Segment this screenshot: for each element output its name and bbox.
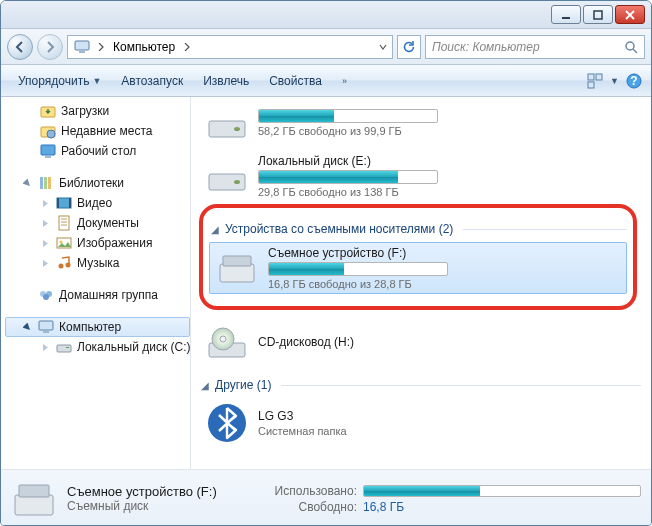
svg-rect-10 <box>588 82 594 88</box>
device-item-lg[interactable]: LG G3 Системная папка <box>199 398 641 448</box>
sidebar-item-documents[interactable]: Документы <box>5 213 190 233</box>
expand-icon[interactable] <box>40 342 51 353</box>
svg-point-47 <box>220 336 226 342</box>
drive-item[interactable]: 58,2 ГБ свободно из 99,9 ГБ <box>199 101 641 148</box>
breadcrumb-computer[interactable]: Компьютер <box>108 36 180 58</box>
eject-button[interactable]: Извлечь <box>194 68 258 94</box>
search-input[interactable]: Поиск: Компьютер <box>425 35 645 59</box>
forward-button[interactable] <box>37 34 63 60</box>
svg-text:?: ? <box>630 74 637 88</box>
libraries-icon <box>38 175 54 191</box>
drive-title: Локальный диск (E:) <box>258 154 634 168</box>
chevron-down-icon[interactable]: ▼ <box>610 76 619 86</box>
body: Загрузки Недавние места Рабочий стол Биб… <box>1 97 651 469</box>
svg-point-15 <box>47 130 55 138</box>
expand-icon[interactable] <box>22 322 33 333</box>
svg-rect-18 <box>40 177 43 189</box>
item-view: 58,2 ГБ свободно из 99,9 ГБ Локальный ди… <box>191 97 651 469</box>
bluetooth-icon <box>206 402 248 444</box>
free-label: Свободно: <box>257 500 357 514</box>
help-button[interactable]: ? <box>625 72 643 90</box>
expand-icon[interactable] <box>40 218 51 229</box>
svg-point-31 <box>66 263 71 268</box>
sidebar-item-downloads[interactable]: Загрузки <box>5 101 190 121</box>
svg-rect-49 <box>15 495 53 515</box>
group-header-other[interactable]: ◢Другие (1) <box>199 370 641 398</box>
sidebar-item-recent[interactable]: Недавние места <box>5 121 190 141</box>
chevron-down-icon: ▼ <box>92 76 101 86</box>
removable-drive-icon <box>11 476 57 522</box>
drive-item-e[interactable]: Локальный диск (E:) 29,8 ГБ свободно из … <box>199 150 641 202</box>
svg-rect-22 <box>57 198 59 208</box>
svg-rect-19 <box>44 177 47 189</box>
search-icon <box>624 40 638 54</box>
minimize-button[interactable] <box>551 5 581 24</box>
breadcrumb-label: Компьютер <box>113 40 175 54</box>
nav-pane: Загрузки Недавние места Рабочий стол Биб… <box>1 97 191 469</box>
svg-point-6 <box>626 42 634 50</box>
sidebar-item-homegroup[interactable]: Домашняя группа <box>5 285 190 305</box>
svg-rect-35 <box>39 321 53 330</box>
autoplay-button[interactable]: Автозапуск <box>112 68 192 94</box>
svg-rect-20 <box>48 177 51 189</box>
used-label: Использовано: <box>257 484 357 498</box>
maximize-button[interactable] <box>583 5 613 24</box>
expand-icon[interactable] <box>22 178 33 189</box>
nav-bar: Компьютер Поиск: Компьютер <box>1 29 651 65</box>
documents-icon <box>56 215 72 231</box>
sidebar-item-videos[interactable]: Видео <box>5 193 190 213</box>
close-button[interactable] <box>615 5 645 24</box>
svg-rect-9 <box>596 74 602 80</box>
expand-icon[interactable] <box>40 258 51 269</box>
recent-icon <box>40 123 56 139</box>
pictures-icon <box>56 235 72 251</box>
collapse-icon: ◢ <box>201 380 211 391</box>
usage-bar <box>363 485 641 497</box>
svg-rect-8 <box>588 74 594 80</box>
address-bar[interactable]: Компьютер <box>67 35 393 59</box>
details-title: Съемное устройство (F:) <box>67 484 247 499</box>
svg-point-40 <box>234 127 240 131</box>
drive-icon <box>56 339 72 355</box>
desktop-icon <box>40 143 56 159</box>
drive-item-f[interactable]: Съемное устройство (F:) 16,8 ГБ свободно… <box>209 242 627 294</box>
group-header-removable[interactable]: ◢Устройства со съемными носителями (2) <box>209 214 627 242</box>
address-dropdown[interactable] <box>374 36 390 58</box>
computer-icon <box>73 38 91 56</box>
back-button[interactable] <box>7 34 33 60</box>
sidebar-item-music[interactable]: Музыка <box>5 253 190 273</box>
sidebar-item-desktop[interactable]: Рабочий стол <box>5 141 190 161</box>
explorer-window: Компьютер Поиск: Компьютер Упорядочить▼ … <box>0 0 652 526</box>
properties-button[interactable]: Свойства <box>260 68 331 94</box>
svg-rect-36 <box>43 331 49 333</box>
sidebar-item-libraries[interactable]: Библиотеки <box>5 173 190 193</box>
free-value: 16,8 ГБ <box>363 500 404 514</box>
svg-rect-5 <box>79 51 85 53</box>
view-button[interactable] <box>586 72 604 90</box>
drive-title: CD-дисковод (H:) <box>258 335 634 349</box>
more-button[interactable]: » <box>333 68 356 94</box>
svg-rect-16 <box>41 145 55 155</box>
chevron-right-icon: » <box>342 76 347 86</box>
sidebar-item-local-c[interactable]: Локальный диск (C:) <box>5 337 190 357</box>
drive-title: Съемное устройство (F:) <box>268 246 620 260</box>
svg-rect-4 <box>75 41 89 50</box>
drive-item-cd[interactable]: CD-дисковод (H:) <box>199 318 641 368</box>
drive-subtitle: 29,8 ГБ свободно из 138 ГБ <box>258 186 634 198</box>
expand-icon[interactable] <box>40 198 51 209</box>
details-subtitle: Съемный диск <box>67 499 247 513</box>
video-icon <box>56 195 72 211</box>
search-placeholder: Поиск: Компьютер <box>432 40 540 54</box>
device-subtitle: Системная папка <box>258 425 634 437</box>
refresh-button[interactable] <box>397 35 421 59</box>
device-title: LG G3 <box>258 409 634 423</box>
collapse-icon: ◢ <box>211 224 221 235</box>
drive-icon <box>206 102 248 144</box>
chevron-right-icon[interactable] <box>180 36 194 58</box>
sidebar-item-pictures[interactable]: Изображения <box>5 233 190 253</box>
organize-button[interactable]: Упорядочить▼ <box>9 68 110 94</box>
expand-icon[interactable] <box>40 238 51 249</box>
sidebar-item-computer[interactable]: Компьютер <box>5 317 190 337</box>
chevron-right-icon[interactable] <box>94 36 108 58</box>
svg-point-30 <box>59 264 64 269</box>
